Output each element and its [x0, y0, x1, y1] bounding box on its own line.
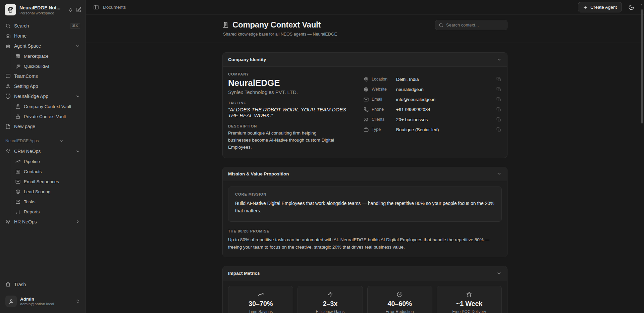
trash-icon	[5, 282, 11, 287]
description-label: DESCRIPTION	[228, 124, 357, 128]
copy-icon[interactable]	[496, 86, 502, 92]
company-description: Premium boutique AI consulting firm help…	[228, 130, 339, 151]
account-switcher[interactable]: Admin admin@notion.local	[3, 293, 83, 310]
sidebar-item-label: TeamComs	[14, 73, 80, 79]
sidebar-item-home[interactable]: Home	[3, 31, 83, 41]
shortcut-badge: ⌘K	[70, 23, 80, 29]
zap-icon	[327, 292, 333, 297]
sidebar-item-hr-neops[interactable]: HR NeOps	[3, 217, 83, 227]
sidebar-item-teamcoms[interactable]: TeamComs	[3, 71, 83, 81]
user-name: Admin	[20, 297, 72, 302]
home-icon	[5, 33, 11, 39]
compose-icon[interactable]	[76, 7, 82, 13]
impact-metrics-header[interactable]: Impact Metrics	[223, 266, 507, 280]
chevron-down-icon[interactable]	[496, 271, 502, 276]
sidebar-item-label: Reports	[24, 209, 80, 214]
page-title: Company Context Vault	[232, 20, 321, 30]
sidebar-item-company-context-vault[interactable]: Company Context Vault	[13, 101, 83, 111]
copy-icon[interactable]	[496, 116, 502, 122]
copy-icon[interactable]	[496, 76, 502, 82]
theme-toggle-button[interactable]	[626, 2, 637, 13]
mail-icon	[364, 97, 369, 102]
chevron-right-icon[interactable]	[75, 219, 80, 224]
breadcrumb[interactable]: Documents	[103, 5, 126, 10]
sidebar-item-email-sequences[interactable]: Email Sequences	[13, 176, 83, 187]
sidebar-item-label: New page	[14, 124, 80, 129]
mission-header[interactable]: Mission & Value Proposition	[223, 167, 507, 181]
copy-icon[interactable]	[496, 126, 502, 133]
sidebar-item-lead-scoring[interactable]: Lead Scoring	[13, 187, 83, 197]
sidebar-item-neuraledge-app[interactable]: NeuralEdge App	[3, 91, 83, 101]
chevron-down-icon[interactable]	[496, 171, 502, 176]
scrollbar-thumb[interactable]	[641, 9, 643, 123]
scrollbar-up-arrow[interactable]: ▲	[640, 3, 643, 6]
chevron-down-icon[interactable]	[75, 94, 80, 99]
sidebar-item-label: Tasks	[24, 199, 80, 204]
new-page-icon	[5, 124, 11, 129]
metric-efficiency-gains: 2–3x Efficiency Gains	[298, 286, 363, 313]
chevron-down-icon[interactable]	[75, 149, 80, 154]
sidebar-item-search[interactable]: Search ⌘K	[3, 21, 83, 31]
sidebar-item-reports[interactable]: Reports	[13, 207, 83, 217]
brain-icon	[5, 94, 11, 99]
sidebar-item-label: Contacts	[24, 169, 80, 174]
impact-metrics-card: Impact Metrics 30–70% Time Savings 2–3x	[222, 266, 507, 313]
star-icon	[466, 292, 472, 297]
mission-card: Mission & Value Proposition CORE MISSION…	[222, 167, 507, 257]
crm-neops-children: Pipeline Contacts Email Sequences Lead S…	[8, 156, 83, 217]
sidebar-item-pipeline[interactable]: Pipeline	[13, 156, 83, 166]
metric-free-poc: ~1 Week Free POC Delivery	[437, 286, 502, 313]
sidebar-item-marketplace[interactable]: Marketplace	[13, 51, 83, 61]
neuraledge-app-children: Company Context Vault Private Context Va…	[8, 101, 83, 121]
sidebar-item-quickbuildai[interactable]: QuickbuildAI	[13, 61, 83, 71]
sidebar-item-tasks[interactable]: Tasks	[13, 197, 83, 207]
briefcase-icon	[364, 127, 369, 132]
identity-row-email: Email info@neuraledge.in	[364, 94, 502, 104]
card-title: Impact Metrics	[228, 271, 260, 276]
contact-card-icon	[15, 169, 20, 174]
sidebar-item-label: Lead Scoring	[24, 189, 80, 194]
bar-chart-icon	[15, 209, 20, 214]
sidebar-item-private-context-vault[interactable]: Private Context Vault	[13, 111, 83, 121]
panel-left-icon[interactable]	[93, 4, 99, 10]
sidebar-item-label: Company Context Vault	[24, 104, 80, 109]
phone-icon	[364, 107, 369, 112]
chevrons-up-down-icon[interactable]	[68, 7, 73, 12]
identity-row-type: Type Boutique (Senior-led)	[364, 124, 502, 135]
sidebar-item-label: Home	[14, 33, 80, 39]
sidebar-item-contacts[interactable]: Contacts	[13, 166, 83, 176]
agent-space-children: Marketplace QuickbuildAI	[8, 51, 83, 71]
trending-up-icon	[258, 292, 264, 297]
search-icon	[5, 23, 11, 29]
core-mission-label: CORE MISSION	[235, 192, 495, 196]
sidebar-section-neuraledge-apps[interactable]: NeuralEDGE Apps	[3, 137, 83, 145]
moon-icon	[628, 4, 634, 10]
sidebar-item-label: HR NeOps	[14, 219, 72, 224]
create-agent-button[interactable]: Create Agent	[578, 2, 622, 12]
workspace-name: NeuralEDGE Not...	[19, 5, 60, 10]
chevron-down-icon[interactable]	[496, 57, 502, 62]
plus-icon	[583, 5, 588, 10]
user-group-icon	[5, 219, 11, 224]
chevron-down-icon[interactable]	[75, 44, 80, 48]
copy-icon[interactable]	[496, 96, 502, 102]
sidebar-item-label: Setting App	[14, 84, 80, 89]
copy-icon[interactable]	[496, 106, 502, 112]
chevron-down-icon	[43, 139, 80, 143]
sidebar-item-agent-space[interactable]: Agent Space	[3, 41, 83, 51]
promise-text: Up to 80% of repetitive tasks can be aut…	[228, 236, 502, 251]
users-icon	[5, 149, 11, 154]
chevrons-up-down-icon	[75, 299, 80, 304]
sidebar-item-label: QuickbuildAI	[24, 64, 80, 69]
workspace-switcher[interactable]: NeuralEDGE Not... Personal workspace	[0, 0, 86, 19]
sidebar-item-setting-app[interactable]: Setting App	[3, 81, 83, 91]
tagline-label: TAGLINE	[228, 101, 357, 105]
message-bubble-icon	[5, 73, 11, 79]
core-mission-box: CORE MISSION Build AI-Native Digital Emp…	[228, 187, 502, 222]
sidebar-item-crm-neops[interactable]: CRM NeOps	[3, 146, 83, 156]
company-identity-header[interactable]: Company Identity	[223, 53, 507, 67]
check-square-icon	[15, 199, 20, 204]
sidebar-item-trash[interactable]: Trash	[3, 279, 83, 290]
sidebar-item-new-page[interactable]: New page	[3, 121, 83, 132]
context-search-input[interactable]	[446, 22, 504, 28]
